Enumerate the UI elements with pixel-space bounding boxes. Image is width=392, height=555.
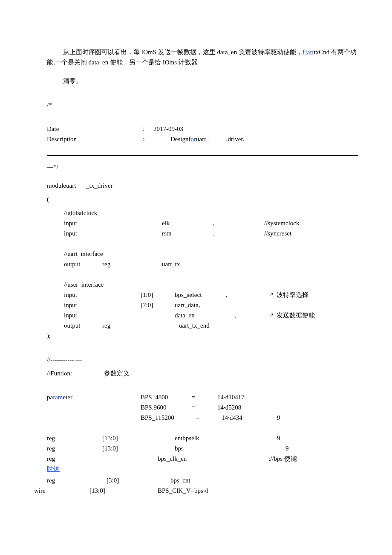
funtion-text: 参数定义 [104, 370, 130, 377]
param-row-1: parameter BPS_4800 = 14·d10417 [47, 392, 358, 402]
port-uart-tx-end-name: uart_tx_end [179, 320, 210, 331]
reg-3-name: bps_clk_en [158, 453, 268, 464]
reg-2-name: bps [175, 443, 285, 453]
uart-if-comment-row: //uart interface [47, 249, 358, 259]
reg-3-comment: ;//bps 使能 [268, 453, 297, 464]
date-label: Date [47, 124, 141, 134]
kw-input: input [64, 218, 115, 228]
kw-reg: reg [102, 259, 162, 269]
kw-input: input [64, 290, 115, 300]
param-row-2: BPS.9600 = 14·d5208 [47, 402, 358, 413]
port-rstn-name: rstn [162, 228, 213, 238]
desc-mid: uart_ [196, 136, 209, 142]
funtion-row: //Funtion: 参数定义 [47, 368, 358, 378]
module-declaration: moduleuart _tx_driver [47, 180, 358, 191]
punc-comma: , [213, 228, 264, 238]
user-if-comment: //user interface [64, 279, 104, 290]
port-uart-tx-row: output reg uart_tx [47, 259, 358, 269]
intro-paragraph-1: 从上面时序图可以看出，每 IOmS 发送一帧数据，这里 data_en 负责波特… [47, 47, 358, 67]
global-clock-comment-row: //globalclock [47, 208, 358, 218]
port-rstn-comment: //syncreset [264, 228, 291, 238]
comment-close: —*/ [47, 162, 358, 172]
open-paren: ( [47, 194, 358, 204]
clock-link[interactable]: 时钟 [47, 465, 60, 472]
port-data-en-name: data_en [175, 310, 234, 320]
reg-row-3: reg bps_clk_en ;//bps 使能 [47, 453, 358, 464]
date-value: 2017-09-03 [153, 124, 213, 134]
eq-sign: = [192, 402, 217, 413]
intro-text-1a: 从上面时序图可以看出，每 IOmS 发送一帧数据，这里 data_en 负责波特… [63, 49, 303, 55]
kw-parameter: parameter [47, 392, 141, 402]
port-rstn-row: input rstn , //syncreset [47, 228, 358, 238]
port-uart-tx-end-row: output reg uart_tx_end [47, 320, 358, 331]
param-row-3: BPS_115200 = 14·d434 9 [47, 413, 358, 423]
kw-input: input [64, 310, 115, 320]
kw-input: input [64, 300, 115, 310]
range-13-0: [13:0] [102, 433, 175, 443]
punc-comma: , [226, 290, 268, 300]
module-prefix: moduleuart [47, 182, 76, 189]
param-2-val: 14·d5208 [217, 402, 241, 413]
punc-comma: , [213, 218, 264, 228]
kw-output: output [64, 259, 102, 269]
uart-if-comment: //uart interface [64, 249, 103, 259]
desc-prefix: Designf [170, 136, 191, 142]
punc-comma: , [234, 310, 268, 320]
module-suffix: _tx_driver [84, 182, 112, 189]
reg-row-1: reg [13:0] entbpselk 9 [47, 433, 358, 443]
param-3-name: BPS_115200 [141, 413, 196, 423]
port-clk-name: elk [162, 218, 213, 228]
colon: ： [141, 124, 153, 134]
range-13-0: [13:0] [89, 485, 158, 496]
uart-link[interactable]: Uart [303, 49, 314, 55]
reg-row-4: reg [3:0] bps_cnt [47, 475, 358, 485]
divider [47, 155, 358, 156]
port-uart-data-name: uart_data, [175, 300, 200, 310]
param-pre: pa [47, 394, 53, 401]
desc-value: Designforuart_,driver. [170, 134, 244, 144]
user-if-comment-row: //user interface [47, 279, 358, 290]
funtion-label: //Funtion: [47, 368, 102, 378]
port-clk-row: input elk , //systemclock [47, 218, 358, 228]
range-7-0: [7:0] [141, 300, 175, 310]
range-1-0: [1:0] [141, 290, 175, 300]
kw-reg: reg [102, 320, 179, 331]
intro-paragraph-2: 清零。 [47, 76, 358, 86]
description-row: Description ： Designforuart_,driver. [47, 134, 358, 144]
wire-1-name: BPS_ClK_V=bps»l [158, 485, 208, 496]
reg-1-end: 9 [277, 433, 280, 443]
desc-label: Description [47, 134, 141, 144]
kw-wire: wire [34, 485, 89, 496]
port-bps-select-row: input [1:0] bps_seIect , 〃 波特率选择 [47, 290, 358, 300]
port-clk-comment: //systemclock [264, 218, 300, 228]
port-data-en-comment: 〃 发送数据使能 [268, 310, 315, 320]
eq-sign: = [196, 413, 222, 423]
funtion-dashes: //----------- — [47, 355, 358, 365]
port-data-en-row: input data_en , 〃 发送数据使能 [47, 310, 358, 320]
kw-reg: reg [47, 433, 102, 443]
param-1-name: BPS_4800 [141, 392, 192, 402]
desc-suffix: ,driver. [226, 136, 245, 142]
wire-row-1: wire [13:0] BPS_ClK_V=bps»l [34, 485, 358, 496]
range-3-0: [3:0] [107, 475, 170, 485]
param-2-name: BPS.9600 [141, 402, 192, 413]
kw-output: output [64, 320, 102, 331]
global-clock-comment: //globalclock [64, 208, 97, 218]
param-3-end: 9 [277, 413, 280, 423]
ram-link[interactable]: ram [53, 394, 63, 401]
kw-reg: reg [47, 443, 102, 453]
param-post: eter [63, 394, 72, 401]
kw-reg: reg [47, 475, 107, 485]
kw-reg: reg [47, 453, 158, 464]
clock-link-row: 时钟 [47, 464, 358, 474]
reg-4-name: bps_cnt [170, 475, 190, 485]
date-row: Date ： 2017-09-03 [47, 124, 358, 134]
port-bps-select-comment: 〃 波特率选择 [268, 290, 308, 300]
or-link[interactable]: or [191, 136, 196, 142]
reg-row-2: reg [13:0] bps 9 [47, 443, 358, 453]
param-3-val: 14·d434 [222, 413, 277, 423]
reg-2-end: 9 [285, 443, 289, 453]
param-1-val: 14·d10417 [217, 392, 245, 402]
range-13-0: [13:0] [102, 443, 175, 453]
kw-input: input [64, 228, 115, 238]
